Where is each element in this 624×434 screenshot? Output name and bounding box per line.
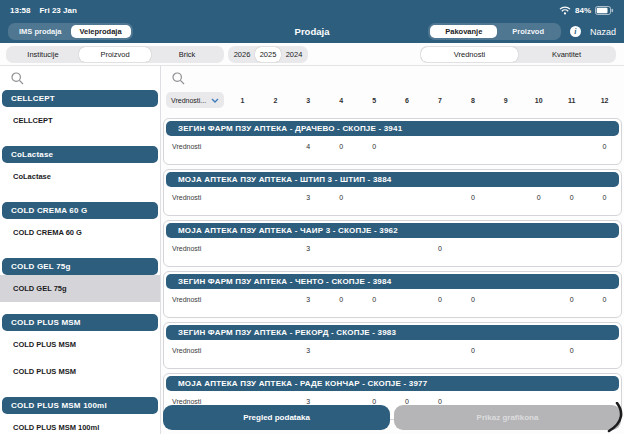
month-col-header: 11 [555,97,588,104]
value-cell: 3 [292,296,325,303]
product-list: CELLCEPTCELLCEPTCoLactaseCoLactaseCOLD C… [0,90,160,434]
value-cell: 0 [522,194,555,201]
chevron-down-icon [211,98,219,103]
product-group: COLD PLUS MSM 100mlCOLD PLUS MSM 100ml [2,397,158,434]
value-cell: 0 [588,296,621,303]
value-cell: 0 [358,296,391,303]
sidebar-item-cold-plus-msm[interactable]: COLD PLUS MSM [2,358,158,385]
pharmacy-sections: ЗЕГИН ФАРМ ПЗУ АПТЕКА - ДРАЧЕВО - СКОПЈЕ… [161,110,624,434]
sidebar-item-cold-plus-msm[interactable]: COLD PLUS MSM [2,331,158,358]
value-cell: 0 [456,347,489,354]
product-group-header: CoLactase [2,146,158,163]
month-col-header: 1 [226,97,259,104]
tab-proizvod[interactable]: Proizvod [79,47,151,62]
month-col-header: 8 [456,97,489,104]
page-title: Prodaja [295,26,330,37]
show-chart-button[interactable]: Prikaz grafikona [394,405,621,430]
month-col-header: 10 [522,97,555,104]
month-col-header: 2 [259,97,292,104]
package-tabs: PakovanjeProizvod [428,23,561,40]
product-group-header: COLD PLUS MSM 100ml [2,397,158,414]
back-button[interactable]: Nazad [590,27,616,37]
mode-tabs: InstitucijeProizvodBrick [6,46,224,63]
sales-table: Vrednosti... 123456789101112 ЗЕГИН ФАРМ … [161,66,624,434]
tab-pakovanje[interactable]: Pakovanje [430,25,497,38]
value-cell: 3 [292,245,325,252]
value-cell: 4 [292,143,325,150]
tab-institucije[interactable]: Institucije [7,47,79,62]
info-icon[interactable]: i [570,26,581,37]
pharmacy-section-header[interactable]: ЗЕГИН ФАРМ ПЗУ АПТЕКА - РЕКОРД - СКОПЈЕ … [166,325,619,340]
tab-ims-prodaja[interactable]: IMS prodaja [10,25,71,38]
row-label: Vrednosti [164,245,226,252]
tab-vrednosti[interactable]: Vrednosti [421,47,518,62]
product-group: COLD CREMA 60 GCOLD CREMA 60 G [2,202,158,246]
pharmacy-section-header[interactable]: ЗЕГИН ФАРМ ПЗУ АПТЕКА - ЧЕНТО - СКОПЈЕ -… [166,274,619,289]
search-icon[interactable] [172,72,185,85]
row-label: Vrednosti [164,296,226,303]
row-label: Vrednosti [164,194,226,201]
year-tabs: 202620252024 [228,46,308,63]
sidebar-item-cold-plus-msm-100ml[interactable]: COLD PLUS MSM 100ml [2,414,158,434]
search-icon[interactable] [11,72,24,85]
value-cell: 0 [555,296,588,303]
value-cell: 0 [456,194,489,201]
product-sidebar: CELLCEPTCELLCEPTCoLactaseCoLactaseCOLD C… [0,66,161,434]
value-cell: 0 [391,398,424,405]
sidebar-item-cold-gel-75g[interactable]: COLD GEL 75g [0,275,160,302]
clock: 13:58 [10,6,30,15]
pharmacy-section: ЗЕГИН ФАРМ ПЗУ АПТЕКА - РЕКОРД - СКОПЈЕ … [163,322,622,369]
product-group: COLD PLUS MSMCOLD PLUS MSMCOLD PLUS MSM [2,314,158,385]
wifi-icon [559,6,571,15]
pharmacy-section: МОЈА АПТЕКА ПЗУ АПТЕКА - ШТИП 3 - ШТИП -… [163,169,622,216]
product-group-header: CELLCEPT [2,90,158,107]
month-header-row: Vrednosti... 123456789101112 [161,90,624,110]
tab-proizvod[interactable]: Proizvod [497,25,559,38]
product-group-header: COLD GEL 75g [2,258,158,275]
sidebar-item-cellcept[interactable]: CELLCEPT [2,107,158,134]
pharmacy-section: ЗЕГИН ФАРМ ПЗУ АПТЕКА - ЧЕНТО - СКОПЈЕ -… [163,271,622,318]
month-col-header: 5 [358,97,391,104]
battery-percent: 84% [575,6,591,15]
value-cell: 0 [424,296,457,303]
value-cell: 0 [555,194,588,201]
sidebar-item-colactase[interactable]: CoLactase [2,163,158,190]
values-row: Vrednosti300 [164,342,621,358]
value-cell: 0 [588,143,621,150]
product-group: COLD GEL 75gCOLD GEL 75g [2,258,158,302]
pharmacy-section-header[interactable]: МОЈА АПТЕКА ПЗУ АПТЕКА - ЧАИР 3 - СКОПЈЕ… [166,223,619,238]
pharmacy-section-header[interactable]: ЗЕГИН ФАРМ ПЗУ АПТЕКА - ДРАЧЕВО - СКОПЈЕ… [166,121,619,136]
month-col-header: 12 [588,97,621,104]
page-curl-icon[interactable] [602,402,624,433]
value-cell: 3 [292,398,325,405]
month-col-header: 4 [325,97,358,104]
tab-2024[interactable]: 2024 [281,47,307,62]
month-col-header: 9 [489,97,522,104]
value-cell: 3 [292,194,325,201]
preview-data-button[interactable]: Pregled podataka [163,405,390,430]
value-cell: 0 [555,347,588,354]
battery-icon [595,6,614,15]
pharmacy-section-header[interactable]: МОЈА АПТЕКА ПЗУ АПТЕКА - РАДЕ КОНЧАР - С… [166,376,619,391]
tab-2026[interactable]: 2026 [229,47,255,62]
tab-brick[interactable]: Brick [151,47,223,62]
pharmacy-section: ЗЕГИН ФАРМ ПЗУ АПТЕКА - ДРАЧЕВО - СКОПЈЕ… [163,118,622,165]
tab-veleprodaja[interactable]: Veleprodaja [71,25,131,38]
tab-2025[interactable]: 2025 [255,47,281,62]
sidebar-item-cold-crema-60-g[interactable]: COLD CREMA 60 G [2,219,158,246]
values-row: Vrednosti4000 [164,138,621,154]
app-window: 13:58 Fri 23 Jan 84% IMS prodajaVeleprod… [0,0,624,434]
value-cell: 0 [424,245,457,252]
values-dropdown[interactable]: Vrednosti... [166,92,224,108]
tab-kvantitet[interactable]: Kvantitet [518,47,615,62]
values-row: Vrednosti3000000 [164,291,621,307]
values-dropdown-label: Vrednosti... [171,97,206,104]
value-cell: 0 [358,143,391,150]
product-group-header: COLD PLUS MSM [2,314,158,331]
product-group: CoLactaseCoLactase [2,146,158,190]
value-cell: 0 [424,398,457,405]
value-cell: 0 [325,143,358,150]
pharmacy-section-header[interactable]: МОЈА АПТЕКА ПЗУ АПТЕКА - ШТИП 3 - ШТИП -… [166,172,619,187]
values-row: Vrednosti30 [164,240,621,256]
value-cell: 0 [358,398,391,405]
